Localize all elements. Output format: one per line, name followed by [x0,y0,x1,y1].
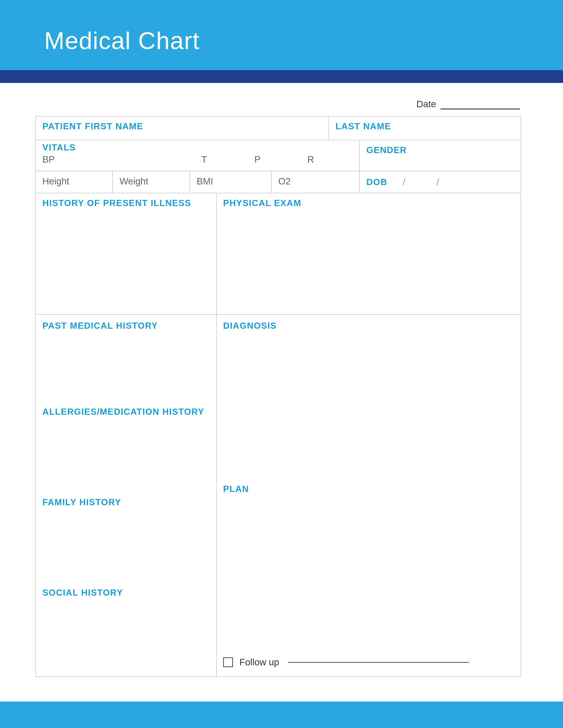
medical-form: PATIENT FIRST NAME LAST NAME VITALS BP T… [35,116,521,677]
lower-row: PAST MEDICAL HISTORY ALLERGIES/MEDICATIO… [36,315,521,676]
hpi-label: HISTORY OF PRESENT ILLNESS [42,198,191,208]
family-history-cell[interactable]: FAMILY HISTORY [36,491,216,582]
physical-exam-cell[interactable]: PHYSICAL EXAM [216,193,521,315]
gender-cell[interactable]: GENDER [360,140,521,171]
plan-cell[interactable]: PLAN [216,478,521,645]
physical-exam-label: PHYSICAL EXAM [223,198,302,208]
followup-row: Follow up [223,657,469,668]
date-input-line[interactable] [441,109,520,109]
past-medical-cell[interactable]: PAST MEDICAL HISTORY [36,315,216,401]
bp-label: BP [42,154,201,165]
social-history-cell[interactable]: SOCIAL HISTORY [36,582,216,676]
date-label: Date [416,99,436,109]
past-medical-label: PAST MEDICAL HISTORY [42,321,158,330]
followup-label: Follow up [239,657,279,668]
r-label: R [307,154,314,165]
weight-label: Weight [119,176,148,186]
plan-label: PLAN [223,484,249,494]
followup-checkbox[interactable] [223,657,233,667]
family-history-label: FAMILY HISTORY [42,497,121,507]
hpi-pe-row: HISTORY OF PRESENT ILLNESS PHYSICAL EXAM [36,193,521,315]
dob-slash-1: / [403,176,405,188]
page-title: Medical Chart [44,26,200,54]
diagnosis-label: DIAGNOSIS [223,321,276,330]
accent-stripe [0,70,563,83]
vitals-cell[interactable]: VITALS BP T P R [36,140,360,171]
last-name-cell[interactable]: LAST NAME [329,116,521,140]
vitals-label: VITALS [42,143,353,152]
o2-cell[interactable]: O2 [271,171,360,193]
page: Medical Chart Date PATIENT FIRST NAME LA… [0,0,563,728]
allergies-cell[interactable]: ALLERGIES/MEDICATION HISTORY [36,401,216,491]
measures-row: Height Weight BMI O2 DOB / / [36,171,521,193]
dob-cell[interactable]: DOB / / [360,171,521,193]
weight-cell[interactable]: Weight [113,171,190,193]
t-label: T [201,154,254,165]
bmi-label: BMI [197,176,213,186]
allergies-label: ALLERGIES/MEDICATION HISTORY [42,407,204,417]
first-name-cell[interactable]: PATIENT FIRST NAME [36,116,329,140]
header-band: Medical Chart [0,0,563,70]
dob-slash-2: / [437,176,439,188]
first-name-label: PATIENT FIRST NAME [42,121,143,131]
social-history-label: SOCIAL HISTORY [42,588,123,597]
name-row: PATIENT FIRST NAME LAST NAME [36,116,521,140]
height-cell[interactable]: Height [36,171,113,193]
diagnosis-cell[interactable]: DIAGNOSIS [216,315,521,478]
gender-label: GENDER [366,145,407,155]
bmi-cell[interactable]: BMI [190,171,271,193]
o2-label: O2 [278,176,291,186]
last-name-label: LAST NAME [336,121,391,131]
dob-label: DOB [366,177,387,187]
hpi-cell[interactable]: HISTORY OF PRESENT ILLNESS [36,193,216,315]
date-row: Date [416,99,520,109]
p-label: P [254,154,307,165]
followup-input-line[interactable] [288,662,469,663]
right-column: DIAGNOSIS PLAN Follow up [216,315,521,676]
vitals-row: VITALS BP T P R GENDER [36,140,521,171]
footer-band [0,702,563,728]
left-column: PAST MEDICAL HISTORY ALLERGIES/MEDICATIO… [36,315,216,676]
height-label: Height [42,176,69,186]
